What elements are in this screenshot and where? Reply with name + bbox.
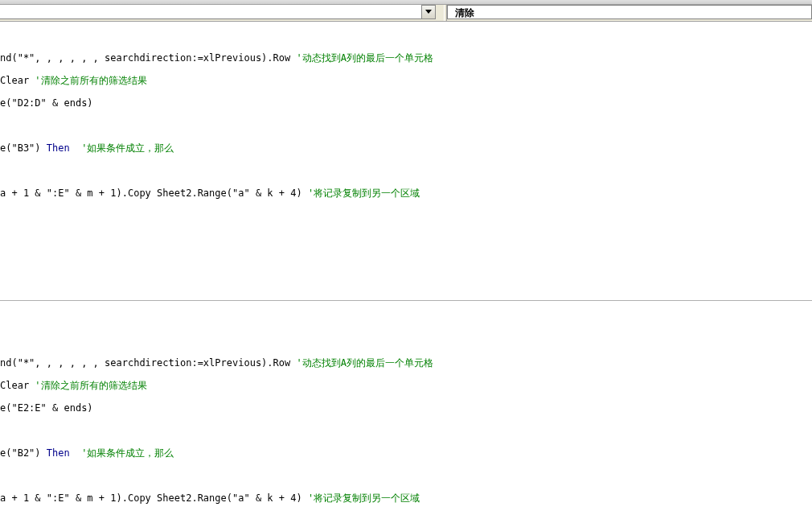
code-comment: '动态找到A列的最后一个单元格 <box>296 357 433 369</box>
code-comment: '如果条件成立，那么 <box>81 447 174 459</box>
code-comment: '将记录复制到另一个区域 <box>308 187 420 199</box>
svg-marker-0 <box>425 10 432 14</box>
code-text: e("B2") <box>0 447 47 459</box>
object-dropdown[interactable] <box>0 5 421 19</box>
code-content: nd("*", , , , , , searchdirection:=xlPre… <box>0 41 812 519</box>
code-comment: '动态找到A列的最后一个单元格 <box>296 52 433 64</box>
procedure-dropdown[interactable] <box>447 5 812 19</box>
code-text: e("B3") <box>0 142 47 154</box>
code-comment: '清除之前所有的筛选结果 <box>35 380 146 391</box>
code-comment: '将记录复制到另一个区域 <box>308 492 420 504</box>
code-text: a + 1 & ":E" & m + 1).Copy Sheet2.Range(… <box>0 187 308 199</box>
procedure-label: 清除 <box>455 6 474 20</box>
code-text: Clear <box>0 380 35 391</box>
code-keyword: Then <box>47 142 81 154</box>
object-procedure-bar: 清除 <box>0 5 812 22</box>
code-text: Clear <box>0 75 35 86</box>
code-comment: '清除之前所有的筛选结果 <box>35 75 146 86</box>
code-pane[interactable]: nd("*", , , , , , searchdirection:=xlPre… <box>0 22 812 519</box>
code-text: a + 1 & ":E" & m + 1).Copy Sheet2.Range(… <box>0 492 308 504</box>
code-text: e("D2:D" & ends) <box>0 97 93 109</box>
code-comment: '如果条件成立，那么 <box>81 142 174 154</box>
chevron-down-icon <box>425 10 432 14</box>
code-text: e("E2:E" & ends) <box>0 402 93 414</box>
code-text: nd("*", , , , , , searchdirection:=xlPre… <box>0 52 296 64</box>
code-text: nd("*", , , , , , searchdirection:=xlPre… <box>0 357 296 369</box>
object-dropdown-arrow[interactable] <box>421 5 436 19</box>
procedure-separator <box>0 300 812 301</box>
code-keyword: Then <box>47 447 81 459</box>
